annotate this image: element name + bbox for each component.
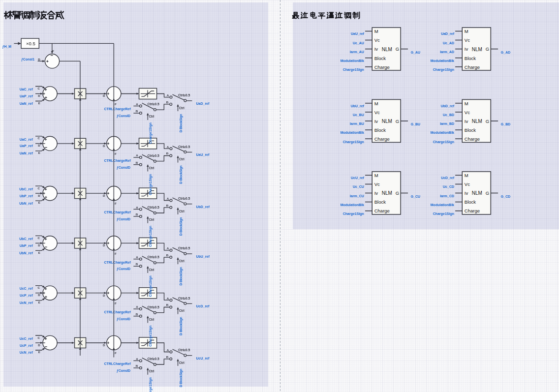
svg-text:Ctrl≥0.5: Ctrl≥0.5 — [178, 246, 190, 250]
svg-text:UbC_ref: UbC_ref — [19, 237, 33, 241]
svg-text:Ctrl: Ctrl — [179, 361, 185, 364]
svg-text:C: C — [38, 186, 40, 190]
svg-text:UbP_ref: UbP_ref — [20, 194, 33, 198]
svg-text:D BlockSign: D BlockSign — [179, 369, 183, 387]
svg-text:Charge1Sign: Charge1Sign — [433, 68, 454, 72]
svg-text:Charge1Sign: Charge1Sign — [149, 275, 153, 297]
svg-text:B: B — [136, 212, 138, 216]
svg-text:D BlockSign: D BlockSign — [179, 267, 183, 285]
svg-text:D: D — [103, 243, 105, 247]
svg-text:ModulationBlk: ModulationBlk — [341, 131, 364, 134]
svg-text:B: B — [166, 151, 169, 155]
svg-text:D BlockSign: D BlockSign — [179, 165, 183, 183]
svg-text:F: F — [52, 49, 54, 53]
svg-text:Charge1Sign: Charge1Sign — [343, 140, 364, 144]
svg-text:ModulationBlk: ModulationBlk — [431, 131, 454, 134]
svg-text:Ctrl: Ctrl — [149, 318, 155, 321]
svg-text:Charge1Sign: Charge1Sign — [149, 226, 153, 247]
svg-text:Charge1Sign: Charge1Sign — [149, 377, 153, 392]
svg-text:G_AD: G_AD — [501, 51, 510, 54]
svg-text:D: D — [103, 343, 105, 347]
svg-text:G_CU: G_CU — [411, 195, 420, 198]
svg-text:E: E — [38, 301, 40, 304]
svg-text:ƒConsI1: ƒConsI1 — [21, 58, 34, 61]
svg-text:UcU_ref: UcU_ref — [351, 176, 365, 180]
svg-text:ƒConsID: ƒConsID — [117, 114, 130, 118]
svg-text:D: D — [38, 243, 40, 247]
svg-text:Uc_BU: Uc_BU — [353, 113, 364, 117]
svg-text:D: D — [38, 343, 40, 347]
svg-text:D: D — [103, 194, 105, 197]
svg-text:D BlockSign: D BlockSign — [179, 317, 183, 335]
svg-text:Ctrl: Ctrl — [149, 369, 155, 373]
svg-text:ModulationBlk: ModulationBlk — [431, 59, 454, 62]
svg-text:UbC_ref: UbC_ref — [19, 187, 33, 191]
svg-text:D: D — [103, 144, 105, 148]
svg-text:B: B — [166, 253, 169, 257]
svg-text:ƒConsID: ƒConsID — [117, 217, 130, 221]
svg-text:D: D — [38, 58, 40, 61]
svg-text:UcP_ref: UcP_ref — [20, 294, 33, 297]
svg-text:Charge1Sign: Charge1Sign — [149, 174, 153, 195]
svg-text:Ctrl≥0.5: Ctrl≥0.5 — [178, 297, 190, 300]
svg-text:B: B — [136, 262, 138, 266]
svg-text:UbD_ref: UbD_ref — [196, 205, 210, 209]
svg-text:ƒConsID: ƒConsID — [117, 369, 130, 373]
svg-text:UcN_ref: UcN_ref — [20, 351, 33, 354]
svg-text:Uc_AD: Uc_AD — [443, 41, 454, 45]
svg-text:Ctrl≥0.5: Ctrl≥0.5 — [148, 255, 159, 259]
svg-text:UbP_ref: UbP_ref — [20, 244, 33, 247]
svg-text:C: C — [38, 236, 40, 240]
svg-text:UaP_ref: UaP_ref — [20, 94, 33, 98]
svg-text:UaU_ref: UaU_ref — [196, 153, 210, 156]
svg-text:Ctrl: Ctrl — [179, 309, 185, 312]
svg-text:C: C — [38, 136, 40, 140]
svg-text:F: F — [115, 302, 117, 305]
svg-text:Iarm_CU: Iarm_CU — [350, 194, 364, 198]
svg-text:E: E — [38, 101, 40, 105]
svg-text:E: E — [38, 251, 40, 254]
svg-text:Ctrl≥0.5: Ctrl≥0.5 — [148, 206, 159, 209]
svg-text:F: F — [115, 152, 117, 155]
svg-text:UaC_ref: UaC_ref — [20, 88, 33, 91]
svg-text:Uc_BD: Uc_BD — [443, 113, 454, 117]
svg-text:ModulationBlk: ModulationBlk — [431, 203, 454, 207]
svg-text:A: A — [136, 153, 138, 157]
svg-text:ƒConsID: ƒConsID — [117, 317, 130, 321]
svg-text:UaP_ref: UaP_ref — [20, 144, 33, 148]
svg-text:D BlockSign: D BlockSign — [179, 114, 183, 132]
svg-text:D: D — [38, 94, 40, 97]
svg-text:F: F — [115, 351, 117, 355]
svg-text:B: B — [136, 312, 138, 316]
svg-text:UbN_ref: UbN_ref — [19, 251, 33, 255]
svg-text:B: B — [136, 109, 138, 113]
svg-text:B: B — [136, 161, 138, 164]
svg-text:UcD_ref: UcD_ref — [441, 176, 455, 180]
svg-text:B: B — [166, 303, 169, 306]
svg-text:CTRLChargeRef: CTRLChargeRef — [104, 362, 131, 366]
svg-text:Ctrl: Ctrl — [179, 210, 185, 213]
svg-text:UaD_ref: UaD_ref — [196, 102, 210, 105]
svg-text:A: A — [167, 297, 169, 300]
svg-text:UcC_ref: UcC_ref — [20, 337, 33, 340]
svg-text:UaC_ref: UaC_ref — [20, 138, 33, 141]
svg-text:Charge1Sign: Charge1Sign — [433, 140, 454, 144]
svg-text:Ctrl: Ctrl — [179, 157, 185, 161]
svg-text:A: A — [136, 255, 138, 259]
svg-text:×0.5: ×0.5 — [26, 41, 35, 46]
svg-text:E: E — [38, 350, 40, 354]
svg-text:G_BU: G_BU — [411, 122, 420, 126]
svg-text:A: A — [167, 93, 169, 97]
svg-text:Charge1Sign: Charge1Sign — [343, 212, 364, 216]
svg-text:UcD_ref: UcD_ref — [196, 304, 210, 308]
svg-text:Ctrl≥0.5: Ctrl≥0.5 — [148, 305, 159, 309]
svg-text:UcU_ref: UcU_ref — [196, 357, 210, 360]
svg-text:A: A — [167, 246, 169, 250]
svg-text:Ctrl≥0.5: Ctrl≥0.5 — [148, 102, 159, 106]
svg-text:C: C — [38, 87, 40, 90]
svg-text:Ctrl≥0.5: Ctrl≥0.5 — [148, 357, 159, 361]
svg-text:A: A — [136, 305, 138, 308]
svg-text:UaD_ref: UaD_ref — [441, 32, 455, 35]
svg-text:Iarm_AU: Iarm_AU — [350, 50, 364, 54]
svg-text:Ctrl: Ctrl — [149, 268, 155, 271]
